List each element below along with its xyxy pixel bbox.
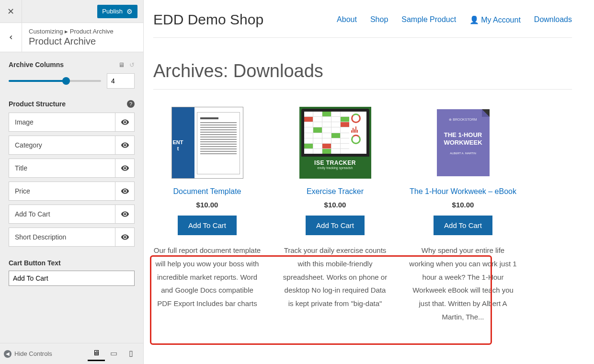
primary-nav: About Shop Sample Product 👤My Account Do…	[337, 15, 572, 24]
visibility-toggle-icon[interactable]	[115, 182, 134, 200]
nav-my-account[interactable]: 👤My Account	[469, 15, 521, 24]
close-customizer-button[interactable]: ✕	[0, 0, 22, 23]
visibility-toggle-icon[interactable]	[115, 159, 134, 177]
archive-columns-label-row: Archive Columns 🖥 ↺	[9, 61, 135, 68]
product-title-link[interactable]: Document Template	[153, 187, 261, 196]
product-description: Our full report document template will h…	[153, 244, 261, 310]
responsive-icon[interactable]: 🖥	[118, 61, 125, 68]
gear-icon: ⚙	[126, 8, 133, 15]
device-preview-toggle: 🖥 ▭ ▯	[88, 347, 139, 361]
product-structure-item[interactable]: Short Description	[9, 228, 135, 247]
product-structure-heading: Product Structure ?	[9, 100, 135, 108]
nav-shop[interactable]: Shop	[370, 15, 388, 24]
header-text: Customizing ▸ Product Archive Product Ar…	[22, 23, 120, 52]
product-structure-item-label: Image	[9, 118, 115, 126]
preview-pane[interactable]: EDD Demo Shop About Shop Sample Product …	[144, 0, 594, 364]
sidebar-body: Archive Columns 🖥 ↺ Product Structure ? …	[0, 52, 143, 343]
visibility-toggle-icon[interactable]	[115, 228, 134, 246]
visibility-toggle-icon[interactable]	[115, 205, 134, 223]
visibility-toggle-icon[interactable]	[115, 136, 134, 154]
product-thumbnail[interactable]: ISE TRACKER endly tracking spreadsh	[299, 107, 371, 179]
nav-downloads[interactable]: Downloads	[534, 15, 572, 24]
product-price: $10.00	[153, 201, 261, 209]
nav-my-account-label: My Account	[481, 16, 521, 24]
reset-icon[interactable]: ↺	[129, 61, 135, 68]
product-structure-item-label: Price	[9, 187, 115, 195]
collapse-icon: ◀	[4, 350, 11, 358]
product-structure-item-label: Add To Cart	[9, 210, 115, 218]
product-structure-item[interactable]: Category	[9, 136, 135, 155]
cart-button-text-input[interactable]	[9, 271, 135, 286]
site-title: EDD Demo Shop	[153, 11, 263, 28]
add-to-cart-button[interactable]: Add To Cart	[306, 216, 365, 235]
cart-button-text-section: Cart Button Text	[9, 259, 135, 286]
product-description: Track your daily exercise counts with th…	[281, 244, 389, 310]
product-structure-item-label: Short Description	[9, 233, 115, 241]
mobile-device-icon[interactable]: ▯	[122, 347, 139, 361]
control-icons: 🖥 ↺	[118, 61, 135, 68]
nav-about[interactable]: About	[337, 15, 357, 24]
product-title-link[interactable]: The 1-Hour Workweek – eBook	[409, 187, 517, 196]
customizer-sidebar: ✕ Publish ⚙ Customizing ▸ Product Archiv…	[0, 0, 144, 364]
sidebar-top-bar: ✕ Publish ⚙	[0, 0, 143, 23]
product-card: ENTt Document Template $10.00 Add To Car…	[153, 107, 261, 324]
hide-controls-button[interactable]: ◀ Hide Controls	[4, 350, 88, 358]
product-structure-item[interactable]: Image	[9, 113, 135, 132]
product-price: $10.00	[409, 201, 517, 209]
cart-button-text-label: Cart Button Text	[9, 259, 135, 267]
archive-columns-control	[9, 73, 135, 89]
product-price: $10.00	[281, 201, 389, 209]
site-header: EDD Demo Shop About Shop Sample Product …	[153, 8, 572, 38]
product-description: Why spend your entire life working when …	[409, 244, 517, 324]
product-structure-item[interactable]: Title	[9, 159, 135, 178]
product-structure-item[interactable]: Price	[9, 182, 135, 201]
archive-title: Archives: Downloads	[153, 61, 572, 90]
product-card: ISE TRACKER endly tracking spreadsh Exer…	[281, 107, 389, 324]
columns-slider[interactable]	[9, 77, 101, 85]
publish-button[interactable]: Publish ⚙	[97, 5, 137, 18]
product-title-link[interactable]: Exercise Tracker	[281, 187, 389, 196]
add-to-cart-button[interactable]: Add To Cart	[178, 216, 237, 235]
visibility-toggle-icon[interactable]	[115, 113, 134, 131]
hide-controls-label: Hide Controls	[14, 350, 52, 357]
columns-input[interactable]	[107, 73, 135, 89]
product-structure-item-label: Title	[9, 164, 115, 172]
sidebar-footer: ◀ Hide Controls 🖥 ▭ ▯	[0, 343, 143, 364]
back-button[interactable]	[0, 23, 22, 52]
archive-columns-label: Archive Columns	[9, 61, 64, 68]
nav-sample-product[interactable]: Sample Product	[401, 15, 456, 24]
add-to-cart-button[interactable]: Add To Cart	[434, 216, 492, 235]
section-title: Product Archive	[29, 36, 114, 47]
breadcrumb: Customizing ▸ Product Archive	[29, 28, 114, 35]
product-structure-item-label: Category	[9, 141, 115, 149]
desktop-device-icon[interactable]: 🖥	[88, 347, 105, 361]
user-icon: 👤	[469, 16, 479, 24]
product-structure-item[interactable]: Add To Cart	[9, 205, 135, 224]
product-thumbnail[interactable]: ⊕ BROOKSTORM THE 1-HOUR WORKWEEK ALBERT …	[427, 107, 499, 179]
product-thumbnail[interactable]: ENTt	[171, 107, 243, 179]
sidebar-header: Customizing ▸ Product Archive Product Ar…	[0, 23, 143, 52]
product-card: ⊕ BROOKSTORM THE 1-HOUR WORKWEEK ALBERT …	[409, 107, 517, 324]
product-structure-label: Product Structure	[9, 100, 66, 108]
help-icon[interactable]: ?	[127, 100, 135, 108]
tablet-device-icon[interactable]: ▭	[105, 347, 122, 361]
publish-button-label: Publish	[102, 8, 123, 15]
